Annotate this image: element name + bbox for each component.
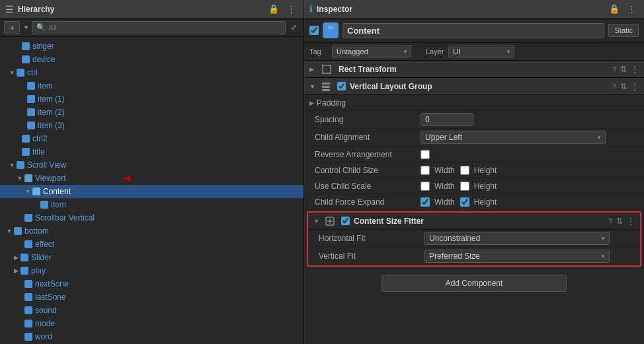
control-height-checkbox[interactable] [460, 166, 469, 175]
tree-label-singer: singer [32, 42, 54, 51]
expand-width-checkbox[interactable] [421, 197, 430, 207]
expand-height-checkbox[interactable] [460, 197, 469, 207]
child-force-expand-row: Child Force Expand Width Height [304, 194, 644, 210]
search-input[interactable] [48, 24, 281, 32]
tree-item-scrollbarv[interactable]: Scrollbar Vertical [0, 211, 303, 224]
tree-item-bottom[interactable]: bottom [0, 224, 303, 238]
tree-arrow-effect [16, 240, 24, 248]
tree-item-word[interactable]: word [0, 330, 303, 343]
tree-item-lastsone[interactable]: lastSone [0, 291, 303, 304]
hierarchy-lock-btn[interactable]: 🔒 [266, 3, 282, 15]
tag-dropdown[interactable]: Untagged [332, 46, 411, 57]
rect-transform-menu[interactable]: ⋮ [631, 65, 639, 74]
vertical-fit-label: Vertical Fit [319, 252, 424, 261]
csf-checkbox[interactable] [341, 217, 350, 225]
tree-label-scrollbarv: Scrollbar Vertical [35, 213, 95, 223]
csf-settings[interactable]: ⇅ [616, 217, 623, 226]
tree-item-content[interactable]: Content [0, 185, 303, 198]
inspector-lock-btn[interactable]: 🔒 [606, 3, 622, 15]
svg-point-5 [322, 72, 324, 74]
control-height-label: Height [460, 166, 497, 175]
vlg-help[interactable]: ? [612, 83, 616, 90]
tree-item-item-child[interactable]: item [0, 198, 303, 211]
tree-label-effect: effect [35, 240, 54, 249]
scale-height-label: Height [460, 182, 497, 191]
svg-rect-9 [322, 89, 330, 91]
vertical-fit-dropdown[interactable]: Preferred Size [424, 250, 610, 263]
horizontal-fit-row: Horizontal Fit Unconstrained [308, 230, 640, 248]
tree-icon-scrollview [16, 160, 25, 170]
object-header: Static [304, 18, 644, 43]
tree-item-title[interactable]: title [0, 145, 303, 158]
tree-label-title: title [32, 147, 45, 156]
scale-height-text: Height [474, 182, 497, 191]
add-component-button[interactable]: Add Component [382, 275, 567, 292]
search-bar[interactable]: 🔍 [32, 21, 286, 34]
object-active-checkbox[interactable] [309, 26, 319, 35]
padding-row[interactable]: ▶ Padding [304, 95, 644, 111]
object-name-input[interactable] [342, 23, 604, 38]
tree-item-scrollview[interactable]: Scroll View [0, 158, 303, 172]
tree-arrow-ctrl2 [13, 135, 21, 143]
tree-item-item3[interactable]: item (3) [0, 119, 303, 132]
inspector-menu-btn[interactable]: ⋮ [625, 3, 639, 15]
control-width-text: Width [434, 166, 455, 175]
vlg-menu[interactable]: ⋮ [631, 82, 639, 91]
scale-height-checkbox[interactable] [460, 182, 469, 191]
csf-menu[interactable]: ⋮ [627, 217, 635, 226]
dropdown-arrow: ▼ [22, 24, 29, 31]
tree-item-nextsone[interactable]: nextSone [0, 277, 303, 291]
tree-label-item: item [38, 81, 53, 90]
hierarchy-menu-btn[interactable]: ⋮ [284, 3, 298, 15]
rect-transform-settings[interactable]: ⇅ [620, 65, 627, 74]
inspector-title: Inspector [317, 5, 352, 14]
search-icon: 🔍 [36, 23, 46, 32]
hierarchy-expand-btn[interactable]: ⤢ [288, 22, 300, 33]
tree-item-singer[interactable]: singer [0, 40, 303, 53]
tree-label-sound: sound [35, 306, 57, 315]
tree-item-mode[interactable]: mode [0, 317, 303, 330]
tree-item-device[interactable]: device [0, 53, 303, 66]
horizontal-fit-dropdown[interactable]: Unconstrained [424, 232, 610, 245]
horizontal-fit-label: Horizontal Fit [319, 234, 424, 243]
tree-item-item[interactable]: item [0, 79, 303, 92]
tree-icon-item [26, 81, 36, 90]
tree-arrow-slider [12, 254, 20, 261]
scale-width-checkbox[interactable] [421, 182, 430, 191]
expand-width-text: Width [434, 197, 455, 207]
tree-arrow-ctrl [8, 69, 16, 77]
tree-item-effect[interactable]: effect [0, 238, 303, 251]
tag-label: Tag [309, 48, 328, 55]
layer-dropdown[interactable]: UI [448, 46, 514, 57]
tree-item-item2[interactable]: item (2) [0, 106, 303, 119]
add-object-btn[interactable]: + [4, 21, 20, 34]
inspector-content: Static Tag Untagged Layer UI ▶ [304, 18, 644, 344]
tree-item-sound[interactable]: sound [0, 304, 303, 317]
tree-icon-ctrl [16, 68, 25, 77]
svg-point-3 [322, 65, 324, 67]
tree-arrow-item [19, 82, 26, 90]
tree-item-item1[interactable]: item (1) [0, 92, 303, 106]
reverse-arrangement-row: Reverse Arrangement [304, 147, 644, 162]
child-force-expand-label: Child Force Expand [315, 197, 421, 207]
tree-item-play[interactable]: play [0, 264, 303, 277]
spacing-input[interactable] [421, 113, 473, 126]
tree-icon-item1 [26, 94, 36, 104]
child-alignment-dropdown[interactable]: Upper Left [421, 131, 606, 144]
vlg-settings[interactable]: ⇅ [620, 82, 627, 91]
tree-item-viewport[interactable]: Viewport ➜ [0, 172, 303, 185]
tree-item-ctrl2[interactable]: ctrl2 [0, 132, 303, 145]
rect-transform-help[interactable]: ? [612, 65, 616, 73]
tag-layer-row: Tag Untagged Layer UI [304, 43, 644, 61]
tree-label-item2: item (2) [38, 108, 65, 117]
static-button[interactable]: Static [608, 24, 639, 37]
control-child-size-label: Control Child Size [315, 166, 421, 175]
vlg-checkbox[interactable] [337, 82, 346, 90]
csf-help[interactable]: ? [608, 217, 612, 225]
control-width-checkbox[interactable] [421, 166, 430, 175]
rect-transform-icon [321, 64, 332, 75]
reverse-arrangement-checkbox[interactable] [421, 150, 430, 159]
tree-item-ctrl[interactable]: ctrl [0, 66, 303, 79]
tree-item-slider[interactable]: Slider [0, 251, 303, 264]
tree-icon-word [24, 332, 33, 341]
